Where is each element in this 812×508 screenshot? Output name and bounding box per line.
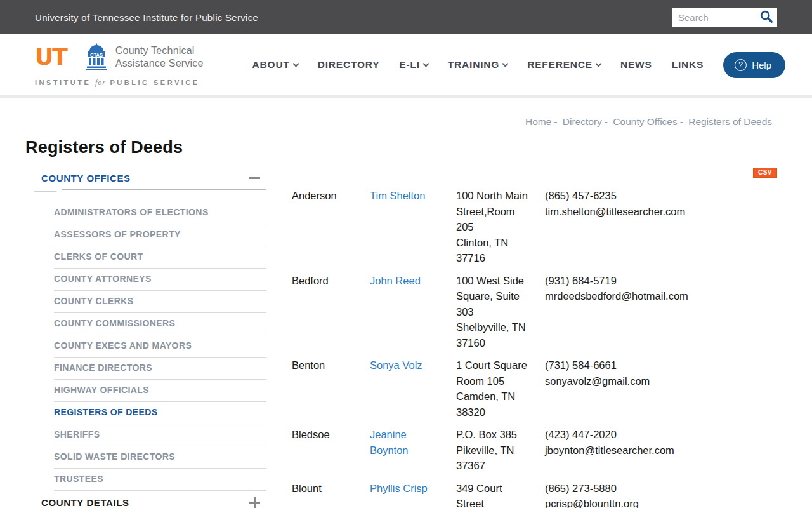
- logo-divider: [75, 44, 75, 70]
- header: UT CTAS County Technical Assi: [0, 34, 812, 95]
- contact-cell: (865) 457-6235 tim.shelton@titlesearcher…: [545, 188, 777, 266]
- site-logo[interactable]: UT CTAS County Technical Assi: [35, 42, 204, 88]
- sidebar-item[interactable]: TRUSTEES: [54, 469, 266, 491]
- expand-plus-icon: [249, 497, 260, 508]
- nav-item[interactable]: DIRECTORY: [318, 59, 380, 70]
- address-cell: 1 Court SquareRoom 105Camden, TN38320: [456, 358, 545, 420]
- address-line: 37367: [456, 458, 539, 474]
- sidebar-item[interactable]: COUNTY COMMISSIONERS: [54, 313, 266, 335]
- help-button[interactable]: ? Help: [723, 52, 785, 78]
- address-line: Camden, TN: [456, 389, 539, 404]
- register-name-link[interactable]: John Reed: [370, 275, 421, 286]
- breadcrumb-separator: -: [605, 116, 608, 127]
- county-cell: Bledsoe: [292, 427, 370, 474]
- breadcrumb-link[interactable]: County Offices: [613, 116, 677, 127]
- org-name: County Technical Assistance Service: [115, 44, 204, 70]
- nav-item[interactable]: E-LI: [399, 59, 428, 70]
- sidebar-item[interactable]: SHERIFFS: [54, 424, 266, 446]
- address-line: P.O. Box 385: [456, 427, 539, 443]
- register-name-link[interactable]: Phyllis Crisp: [370, 483, 428, 494]
- ut-logo: UT: [35, 46, 67, 69]
- breadcrumb-link[interactable]: Registers of Deeds: [688, 116, 772, 127]
- table-row: Benton Sonya Volz 1 Court SquareRoom 105…: [292, 358, 777, 420]
- sidebar-item[interactable]: HIGHWAY OFFICIALS: [54, 380, 266, 402]
- registers-table-area: CSV Anderson Tim Shelton 100 North MainS…: [292, 168, 777, 508]
- sidebar-item[interactable]: REGISTERS OF DEEDS: [54, 402, 266, 424]
- sidebar-item[interactable]: ASSESSORS OF PROPERTY: [54, 224, 266, 246]
- address-line: 303: [456, 304, 539, 320]
- sidebar-item[interactable]: COUNTY ATTORNEYS: [54, 269, 266, 291]
- county-cell: Anderson: [292, 188, 370, 266]
- contact-cell: (731) 584-6661 sonyavolz@gmail.com: [545, 358, 777, 420]
- chevron-down-icon: [502, 61, 509, 67]
- breadcrumb-separator: -: [680, 116, 683, 127]
- register-name-link[interactable]: Sonya Volz: [370, 359, 422, 371]
- register-name-link[interactable]: Jeanine Boynton: [370, 429, 409, 456]
- address-cell: 100 North MainStreet,Room205Clinton, TN3…: [456, 188, 545, 266]
- address-line: 100 North Main: [456, 188, 539, 204]
- sidebar-item[interactable]: COUNTY CLERKS: [54, 291, 266, 313]
- address-line: 100 West Side: [456, 273, 539, 289]
- chevron-down-icon: [595, 61, 601, 67]
- county-cell: Bedford: [292, 273, 370, 351]
- registers-table: Anderson Tim Shelton 100 North MainStree…: [292, 188, 777, 508]
- sidebar-item[interactable]: COUNTY EXECS AND MAYORS: [54, 335, 266, 358]
- search-icon: [759, 10, 773, 25]
- name-cell: Tim Shelton: [370, 188, 456, 266]
- address-line: 37160: [456, 335, 539, 351]
- contact-cell: (931) 684-5719 mrdeedsbedford@hotmail.co…: [545, 273, 777, 351]
- sidebar-section-county-details[interactable]: COUNTY DETAILS: [25, 492, 266, 508]
- address-line: Street,Room: [456, 204, 539, 220]
- name-cell: John Reed: [370, 273, 456, 351]
- sidebar-section-county-offices[interactable]: COUNTY OFFICES: [25, 168, 266, 189]
- phone-text: (423) 447-2020: [545, 427, 777, 443]
- chevron-down-icon: [422, 61, 429, 67]
- sidebar-item[interactable]: SOLID WASTE DIRECTORS: [54, 446, 266, 469]
- svg-text:CTAS: CTAS: [90, 52, 103, 58]
- address-line: Square, Suite: [456, 288, 539, 304]
- register-name-link[interactable]: Tim Shelton: [370, 190, 425, 201]
- email-text: pcrisp@blounttn.org: [545, 496, 777, 508]
- address-line: Room 105: [456, 373, 539, 389]
- nav-item[interactable]: TRAINING: [448, 59, 508, 70]
- breadcrumb-link[interactable]: Home: [525, 116, 551, 127]
- nav-item[interactable]: REFERENCE: [527, 59, 601, 70]
- email-text: mrdeedsbedford@hotmail.com: [545, 288, 777, 304]
- phone-text: (731) 584-6661: [545, 358, 777, 373]
- sidebar-rule: [25, 189, 266, 192]
- address-line: 349 Court: [456, 481, 539, 497]
- breadcrumb: Home- Directory- County Offices- Registe…: [0, 98, 812, 128]
- nav-item[interactable]: LINKS: [672, 59, 704, 70]
- address-line: Pikeville, TN: [456, 443, 539, 458]
- breadcrumb-link[interactable]: Directory: [563, 116, 602, 127]
- search-button[interactable]: [756, 8, 777, 27]
- address-line: Clinton, TN: [456, 235, 539, 251]
- sidebar-item[interactable]: CLERKS OF COURT: [54, 246, 266, 269]
- address-line: 1 Court Square: [456, 358, 539, 373]
- sidebar-item[interactable]: ADMINISTRATORS OF ELECTIONS: [54, 202, 266, 224]
- address-line: 38320: [456, 404, 539, 420]
- main-nav: ABOUT DIRECTORY E-LI TRAINING REFERENCE …: [252, 52, 785, 78]
- phone-text: (865) 457-6235: [545, 188, 777, 204]
- search-box: [672, 8, 777, 27]
- nav-item[interactable]: ABOUT: [252, 59, 298, 70]
- email-text: sonyavolz@gmail.com: [545, 373, 777, 389]
- ctas-capitol-icon: CTAS: [84, 42, 109, 72]
- csv-export-button[interactable]: CSV: [753, 168, 777, 178]
- table-row: Bedford John Reed 100 West SideSquare, S…: [292, 273, 777, 351]
- email-text: jboynton@titlesearcher.com: [545, 443, 777, 458]
- contact-cell: (865) 273-5880 pcrisp@blounttn.org: [545, 481, 777, 508]
- nav-item[interactable]: NEWS: [620, 59, 652, 70]
- question-mark-icon: ?: [735, 59, 747, 71]
- search-input[interactable]: [672, 12, 756, 23]
- collapse-minus-icon: [249, 177, 260, 179]
- address-line: 205: [456, 219, 539, 235]
- address-cell: 100 West SideSquare, Suite303Shelbyville…: [456, 273, 545, 351]
- table-row: Blount Phyllis Crisp 349 CourtStreet (86…: [292, 481, 777, 508]
- address-line: Street: [456, 496, 539, 508]
- county-cell: Benton: [292, 358, 370, 420]
- contact-cell: (423) 447-2020 jboynton@titlesearcher.co…: [545, 427, 777, 474]
- breadcrumb-separator: -: [554, 116, 557, 127]
- county-cell: Blount: [292, 481, 370, 508]
- sidebar-item[interactable]: FINANCE DIRECTORS: [54, 358, 266, 380]
